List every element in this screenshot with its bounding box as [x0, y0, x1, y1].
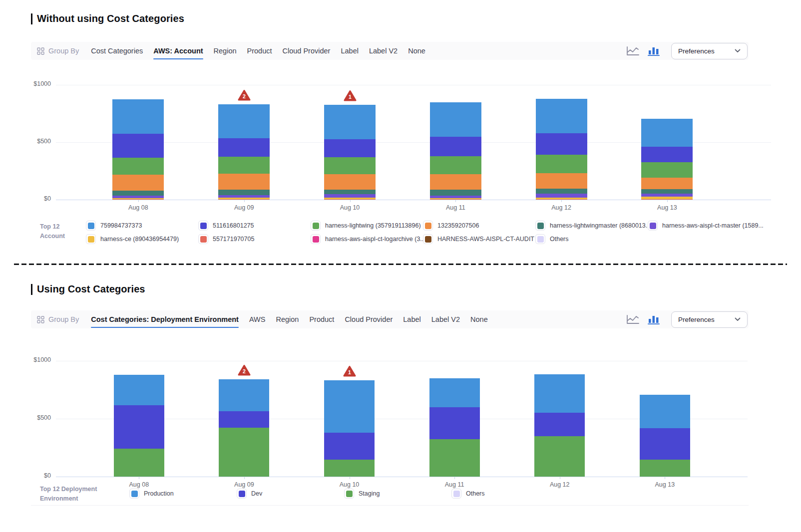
bar-segment[interactable] [536, 198, 587, 199]
bar-segment[interactable] [430, 174, 481, 190]
line-chart-toggle[interactable] [626, 314, 639, 324]
bar-segment[interactable] [218, 138, 270, 157]
legend-item[interactable]: Others [451, 488, 559, 500]
bar-segment[interactable] [112, 196, 164, 198]
bar-segment[interactable] [536, 173, 587, 189]
bar-chart-toggle[interactable] [648, 314, 660, 324]
bar-segment[interactable] [641, 178, 693, 189]
tab-label[interactable]: Label [341, 47, 358, 55]
bar-segment[interactable] [641, 147, 693, 162]
tab-label-v2[interactable]: Label V2 [369, 47, 398, 55]
legend-item[interactable]: Production [129, 488, 237, 500]
tab-cost-categories[interactable]: Cost Categories [91, 47, 143, 55]
bar-segment[interactable] [218, 195, 270, 198]
bar-segment[interactable] [219, 411, 269, 428]
bar-segment[interactable] [429, 378, 480, 407]
bar-segment[interactable] [112, 198, 164, 199]
tab-product[interactable]: Product [309, 315, 334, 323]
legend-item[interactable]: Staging [344, 488, 451, 500]
bar-segment[interactable] [536, 133, 587, 155]
bar-segment[interactable] [114, 405, 164, 449]
anomaly-badge[interactable]: 2 [238, 364, 251, 376]
bar-segment[interactable] [112, 191, 164, 196]
tab-label-v2[interactable]: Label V2 [431, 315, 460, 323]
bar-segment[interactable] [429, 439, 480, 477]
bar-segment[interactable] [112, 158, 164, 175]
bar-segment[interactable] [536, 155, 587, 173]
tab-none[interactable]: None [470, 315, 488, 323]
bar-segment[interactable] [114, 375, 164, 405]
bar-segment[interactable] [430, 137, 481, 156]
bar-segment[interactable] [641, 194, 693, 197]
bar-segment[interactable] [324, 194, 376, 198]
bar-segment[interactable] [324, 105, 376, 139]
bar-segment[interactable] [218, 104, 270, 138]
tab-region[interactable]: Region [214, 47, 237, 55]
anomaly-badge[interactable]: 1 [344, 90, 357, 102]
legend-item[interactable]: HARNESS-AWS-AISPL-CT-AUDIT (... [423, 233, 535, 245]
bar-segment[interactable] [112, 175, 164, 191]
anomaly-badge[interactable]: 1 [343, 365, 356, 377]
legend-item[interactable]: harness-lightwing (357919113896) [311, 220, 423, 232]
bar-segment[interactable] [324, 139, 376, 157]
line-chart-toggle[interactable] [626, 46, 639, 56]
anomaly-badge[interactable]: 2 [238, 89, 251, 101]
bar-segment[interactable] [219, 428, 269, 477]
bar-segment[interactable] [534, 436, 585, 477]
bar-segment[interactable] [324, 380, 375, 433]
bar-segment[interactable] [218, 174, 270, 190]
tab-aws[interactable]: AWS [249, 315, 266, 323]
legend-item[interactable]: 759984737373 [86, 220, 198, 232]
bar-segment[interactable] [218, 157, 270, 174]
tab-cost-categories-deployment-environment[interactable]: Cost Categories: Deployment Environment [91, 315, 239, 323]
bar-segment[interactable] [536, 99, 587, 133]
bar-segment[interactable] [324, 433, 375, 460]
bar-segment[interactable] [640, 460, 690, 477]
bar-segment[interactable] [112, 134, 164, 158]
bar-segment[interactable] [536, 194, 587, 198]
bar-segment[interactable] [430, 102, 481, 137]
legend-item[interactable]: 511616801275 [198, 220, 311, 232]
bar-segment[interactable] [324, 198, 376, 199]
bar-segment[interactable] [534, 374, 585, 413]
bar-segment[interactable] [534, 413, 585, 437]
tab-label[interactable]: Label [403, 315, 420, 323]
bar-chart-toggle[interactable] [648, 46, 660, 56]
legend-item[interactable]: harness-ce (890436954479) [86, 233, 198, 245]
bar-segment[interactable] [114, 449, 164, 477]
tab-none[interactable]: None [408, 47, 425, 55]
tab-region[interactable]: Region [276, 315, 299, 323]
tab-product[interactable]: Product [247, 47, 272, 55]
bar-segment[interactable] [536, 189, 587, 194]
legend-item[interactable]: Dev [237, 488, 344, 500]
legend-item[interactable]: harness-lightwingmaster (8680013... [535, 220, 648, 232]
legend-item[interactable]: harness-aws-aispl-ct-master (1589... [648, 220, 760, 232]
bar-segment[interactable] [430, 196, 481, 198]
preferences-button[interactable]: Preferences [671, 43, 748, 59]
tab-aws-account[interactable]: AWS: Account [153, 47, 203, 55]
bar-segment[interactable] [430, 198, 481, 199]
bar-segment[interactable] [641, 197, 693, 199]
bar-segment[interactable] [324, 460, 375, 477]
bar-segment[interactable] [641, 189, 693, 194]
bar-segment[interactable] [429, 407, 480, 439]
tab-cloud-provider[interactable]: Cloud Provider [283, 47, 331, 55]
bar-segment[interactable] [219, 379, 269, 411]
bar-segment[interactable] [218, 198, 270, 199]
bar-segment[interactable] [640, 428, 690, 460]
legend-item[interactable]: harness-aws-aispl-ct-logarchive (3... [311, 233, 423, 245]
legend-item[interactable]: 557171970705 [198, 233, 311, 245]
legend-item[interactable]: 132359207506 [423, 220, 535, 232]
bar-segment[interactable] [430, 190, 481, 196]
legend-item[interactable]: Others [535, 233, 648, 245]
bar-segment[interactable] [112, 99, 164, 134]
bar-segment[interactable] [430, 156, 481, 174]
bar-segment[interactable] [640, 395, 690, 428]
bar-segment[interactable] [324, 190, 376, 195]
bar-segment[interactable] [641, 119, 693, 147]
preferences-button[interactable]: Preferences [671, 311, 748, 328]
bar-segment[interactable] [641, 162, 693, 177]
bar-segment[interactable] [218, 190, 270, 195]
bar-segment[interactable] [324, 157, 376, 174]
tab-cloud-provider[interactable]: Cloud Provider [345, 315, 393, 323]
